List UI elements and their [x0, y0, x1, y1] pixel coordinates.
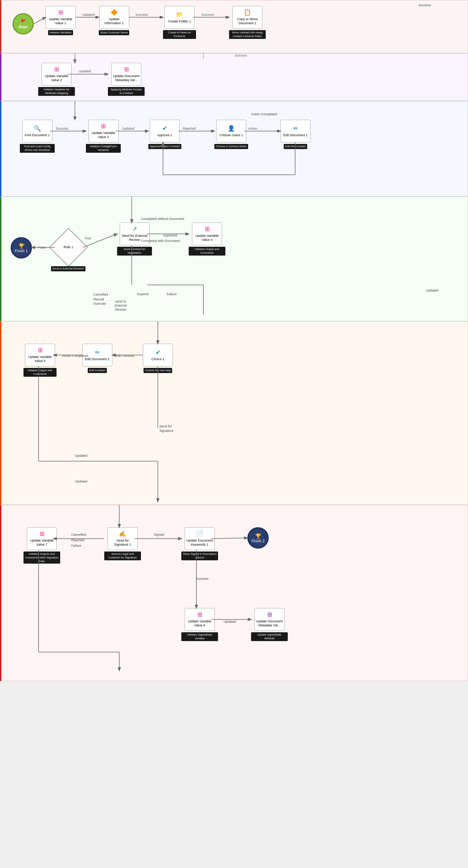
send-for-signature-1-node: ✍ Send for Signature 1 Send to Legal and… — [104, 527, 141, 560]
update-variable-7-node: ⊞ Update Variable Value 7 Initialize Out… — [23, 527, 60, 564]
svg-text:Updated: Updated — [79, 69, 91, 73]
svg-text:Success: Success — [202, 13, 214, 17]
update-variable-1-node: ⊞ Update Variable Value 1 Initialize Var… — [46, 6, 76, 35]
update-variable-4-node: ⊞ Update Variable Value 4 Initialize Out… — [189, 223, 225, 256]
update-doc-metadata-2-node: ⊞ Update Document Metadata Val... Update… — [251, 608, 288, 641]
edit-document-1-node: ✏ Edit Document 1 Edit the Contract — [280, 120, 311, 149]
update-variable-3-node: ⊞ Update Variable Value 3 Initialize Con… — [86, 120, 121, 153]
approve-1-node: ✔ Approve 1 Approve/Reject Contract — [148, 120, 181, 149]
finish-2-node: 🏆 Finish 2 — [247, 527, 269, 549]
svg-text:Updated: Updated — [82, 13, 95, 17]
svg-text:Action: Action — [248, 127, 257, 130]
svg-text:Success: Success — [56, 127, 69, 130]
svg-line-0 — [34, 17, 46, 24]
update-information-1-node: 🔶 Update Information 1 Show Customer Nam… — [99, 6, 129, 35]
find-document-1-node: 🔍 Find Document 1 Find and Load Config e… — [20, 120, 55, 153]
update-variable-2-node: ⊞ Update Variable Value 2 Initialize Var… — [38, 63, 75, 96]
svg-text:Rejected: Rejected — [183, 127, 196, 130]
update-doc-keywords-1-node: 📄 Update Document Keywords 1 Show Signed… — [181, 527, 218, 560]
update-variable-5-node: ⊞ Update Variable Value 5 Initialize Out… — [23, 344, 57, 377]
svg-line-25 — [83, 234, 117, 247]
update-variable-6-node: ⊞ Update Variable Value 6 Initialize Sig… — [181, 608, 218, 641]
start-node: 🚩 Start — [12, 13, 34, 35]
choice-1-node: ✔ Choice 1 Choose the next step — [143, 344, 173, 373]
create-folder-1-node: 📁 Create Folder 1 Create A Folder for Co… — [163, 6, 196, 39]
svg-text:Success: Success — [135, 13, 148, 17]
rule-1-diamond: Rule 1 — [55, 234, 82, 261]
edit-document-2-node: ✏ Edit Document 2 Edit Contract — [82, 344, 112, 373]
choose-users-1-node: 👤 Choose Users 1 Choose a Contract Edito… — [214, 120, 248, 149]
update-doc-metadata-node: ⊞ Update Document Metadata Val... Applyi… — [108, 63, 145, 96]
copy-move-document-1-node: 📋 Copy or Move Document 1 Move contract … — [229, 6, 266, 39]
finish-1-node: 🏆 Finish 1 — [11, 237, 32, 258]
svg-text:Updated: Updated — [122, 127, 134, 130]
